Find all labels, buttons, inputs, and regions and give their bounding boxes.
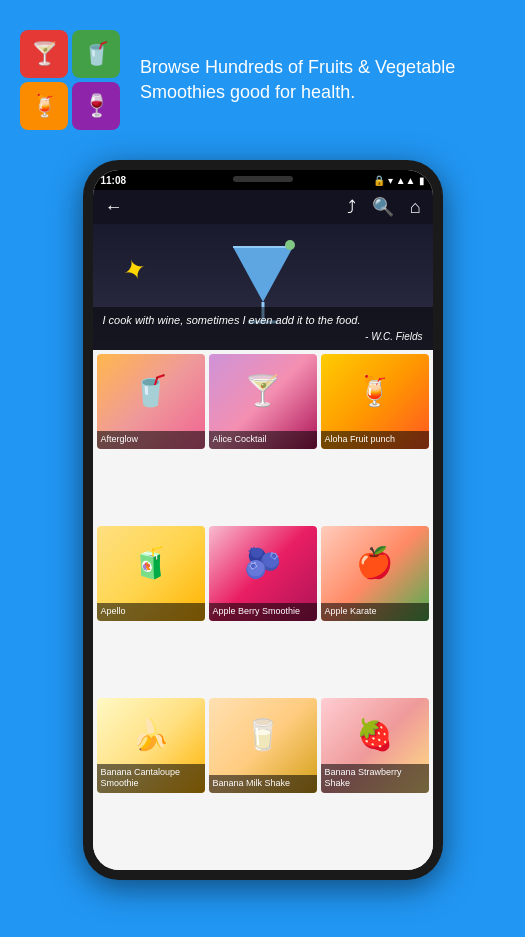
signal-icon: ▲▲ [396, 175, 416, 186]
drink-label: Apello [97, 603, 205, 621]
drink-icon: 🍎 [321, 526, 429, 599]
drink-icon: 🫐 [209, 526, 317, 599]
toolbar-right-icons: ⤴ 🔍 ⌂ [347, 196, 421, 218]
drink-label: Banana Strawberry Shake [321, 764, 429, 793]
drink-card[interactable]: 🍎Apple Karate [321, 526, 429, 621]
home-button[interactable]: ⌂ [410, 197, 421, 218]
phone-body: 11:08 🔒 ▾ ▲▲ ▮ ← ⤴ 🔍 [83, 160, 443, 880]
drink-card[interactable]: 🍓Banana Strawberry Shake [321, 698, 429, 793]
share-button[interactable]: ⤴ [347, 197, 356, 218]
drink-label: Banana Milk Shake [209, 775, 317, 793]
drink-label: Apple Karate [321, 603, 429, 621]
drink-icon: 🍹 [321, 354, 429, 427]
drink-card[interactable]: 🥛Banana Milk Shake [209, 698, 317, 793]
drink-icon: 🍌 [97, 698, 205, 771]
drink-card[interactable]: 🫐Apple Berry Smoothie [209, 526, 317, 621]
icon-smoothie: 🥤 [72, 30, 120, 78]
drink-icon: 🍸 [209, 354, 317, 427]
drink-icon: 🍓 [321, 698, 429, 771]
icon-juice: 🍹 [20, 82, 68, 130]
status-time: 11:08 [101, 175, 127, 186]
drink-label: Banana Cantaloupe Smoothie [97, 764, 205, 793]
toolbar: ← ⤴ 🔍 ⌂ [93, 190, 433, 224]
quote-attribution: - W.C. Fields [103, 330, 423, 344]
drink-label: Apple Berry Smoothie [209, 603, 317, 621]
icon-cocktail: 🍸 [20, 30, 68, 78]
drink-card[interactable]: 🍸Alice Cocktail [209, 354, 317, 449]
drink-card[interactable]: 🍹Aloha Fruit punch [321, 354, 429, 449]
drink-label: Aloha Fruit punch [321, 431, 429, 449]
phone-speaker [233, 176, 293, 182]
drink-icon: 🥛 [209, 698, 317, 771]
phone-screen: 11:08 🔒 ▾ ▲▲ ▮ ← ⤴ 🔍 [93, 170, 433, 870]
drink-label: Alice Cocktail [209, 431, 317, 449]
wifi-icon: ▾ [388, 175, 393, 186]
hero-visual: ✦ [93, 224, 433, 350]
back-button[interactable]: ← [105, 197, 123, 218]
drinks-grid[interactable]: 🥤Afterglow🍸Alice Cocktail🍹Aloha Fruit pu… [93, 350, 433, 870]
drink-icon: 🥤 [97, 354, 205, 427]
icon-wine: 🍷 [72, 82, 120, 130]
top-banner: 🍸 🥤 🍹 🍷 Browse Hundreds of Fruits & Vege… [0, 0, 525, 150]
status-icons: 🔒 ▾ ▲▲ ▮ [373, 175, 425, 186]
search-button[interactable]: 🔍 [372, 196, 394, 218]
hero-quote: I cook with wine, sometimes I even add i… [93, 307, 433, 350]
phone-mockup: 11:08 🔒 ▾ ▲▲ ▮ ← ⤴ 🔍 [0, 160, 525, 880]
drink-card[interactable]: 🍌Banana Cantaloupe Smoothie [97, 698, 205, 793]
quote-text: I cook with wine, sometimes I even add i… [103, 314, 361, 326]
drink-label: Afterglow [97, 431, 205, 449]
drink-card[interactable]: 🥤Afterglow [97, 354, 205, 449]
star-decoration: ✦ [118, 251, 151, 290]
svg-point-4 [285, 240, 295, 250]
drink-icon: 🧃 [97, 526, 205, 599]
banner-text: Browse Hundreds of Fruits & Vegetable Sm… [140, 55, 505, 105]
drink-card[interactable]: 🧃Apello [97, 526, 205, 621]
hero-area: ← ⤴ 🔍 ⌂ ✦ [93, 190, 433, 350]
battery-icon: ▮ [419, 175, 425, 186]
lock-icon: 🔒 [373, 175, 385, 186]
svg-marker-0 [233, 247, 293, 302]
app-icon-grid: 🍸 🥤 🍹 🍷 [20, 30, 120, 130]
